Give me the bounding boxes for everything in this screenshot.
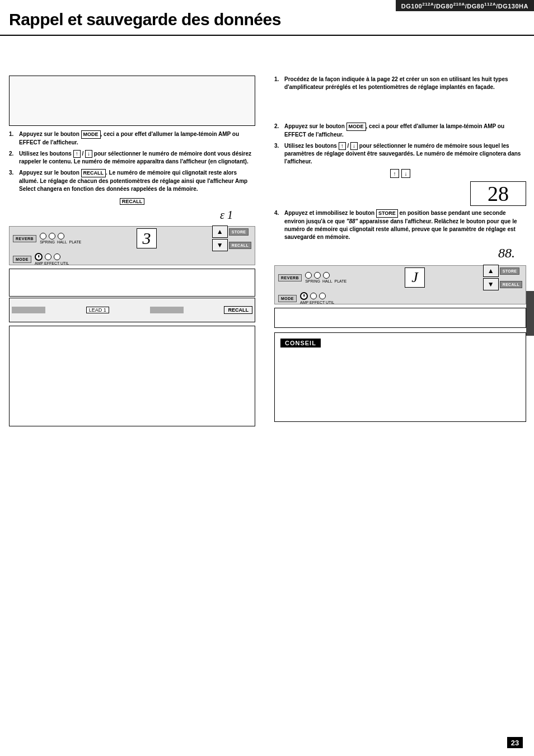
hall-knob-left (49, 233, 55, 240)
conseil-title: CONSEIL (280, 339, 321, 348)
model-sup2: 210A (453, 2, 465, 7)
recall-center-label: RECALL (9, 196, 255, 206)
narrow-panel-left: LEAD 1 RECALL (9, 298, 255, 322)
plate-knob-left (58, 233, 64, 240)
bar1-left (12, 307, 45, 313)
mode-btn-label-right: MODE (346, 123, 366, 131)
recall-steps: 1. Appuyez sur le bouton MODE, ceci a po… (9, 130, 255, 193)
plate-knob-right (323, 272, 330, 279)
bottom-info-box-right-small (274, 308, 526, 328)
page-number: 23 (507, 737, 523, 748)
model-dg100: DG100 (401, 3, 422, 10)
store-btn-right: STORE (500, 267, 520, 275)
right-edge-tab (526, 291, 534, 336)
model-sup1: 212A (422, 2, 434, 7)
left-column: 1. Appuyez sur le bouton MODE, ceci a po… (9, 42, 255, 426)
bottom-info-box-left (9, 269, 255, 297)
down-arrow-icon-right: ↓ (350, 142, 358, 150)
reverb-btn-left: REVERB (13, 235, 36, 242)
title-underline (0, 35, 534, 36)
store-recall-group-left: ▲ STORE ▼ RECALL (212, 226, 251, 251)
up-arrow-icon-right: ↑ (339, 142, 346, 150)
model-dg80-1: DG80 (436, 3, 453, 10)
effect-knob-left (45, 253, 51, 260)
recall-step-1: 1. Appuyez sur le bouton MODE, ceci a po… (9, 130, 255, 147)
spring-knob-right (305, 272, 312, 279)
amp-diagram-left: REVERB SPRING HALL PLATE (9, 226, 255, 265)
store-88-display: 88. (274, 245, 526, 262)
hall-knob-right (314, 272, 321, 279)
right-column: 1. Procédez de la façon indiquée à la pa… (274, 42, 526, 426)
bottom-left-box (9, 326, 255, 426)
store-step-4-list: 4. Appuyez et immobilisez le bouton STOR… (274, 209, 526, 241)
amp-knob-left (35, 253, 43, 261)
up-arrow-btn-right: ▲ (483, 265, 499, 277)
down-arrow-btn-left: ▼ (212, 239, 228, 251)
page-title: Rappel et sauvegarde des données (9, 10, 281, 29)
down-arrow-btn-right: ▼ (483, 278, 499, 290)
amp-diagram-right: REVERB SPRING HALL PLATE (274, 265, 526, 304)
recall-step-3: 3. Appuyez sur le bouton RECALL. Le numé… (9, 169, 255, 193)
model-dg80-2: DG80 (467, 3, 484, 10)
amp-display-left: 3 (137, 228, 157, 248)
util-knob-left (54, 253, 60, 260)
recall-section-box (9, 76, 255, 126)
header-bar: DG100212A/DG80210A/DG80112A/DG130HA (396, 0, 534, 11)
spacer-right-1 (274, 95, 526, 123)
store-steps-2: 2. Appuyez sur le bouton MODE, ceci a po… (274, 123, 526, 166)
bar2-left (150, 307, 184, 313)
amp-display-right: J (405, 267, 425, 288)
up-arrow-btn-left: ▲ (212, 226, 228, 238)
mode-btn-label-1: MODE (81, 130, 101, 139)
effect-knob-right (310, 293, 317, 299)
up-arrow-icon-1: ↑ (73, 150, 81, 158)
conseil-section: CONSEIL (274, 332, 526, 422)
updown-icons-right: ↑ ↓ (274, 169, 526, 178)
store-display-value: 28 (470, 181, 526, 206)
mode-btn-right: MODE (278, 295, 297, 302)
store-btn-left: STORE (229, 228, 249, 236)
recall-btn-left: RECALL (229, 242, 251, 249)
down-icon-right: ↓ (401, 169, 410, 178)
store-step-3: 3. Utilisez les boutons ↑ / ↓ pour sélec… (274, 142, 526, 166)
lead1-label-left: LEAD 1 (86, 307, 109, 313)
recall-box-bottom: RECALL (224, 306, 252, 314)
store-btn-label: STORE (376, 209, 398, 218)
mode-btn-left: MODE (13, 256, 31, 263)
store-steps: 1. Procédez de la façon indiquée à la pa… (274, 76, 526, 91)
amp-knob-right (300, 292, 308, 300)
recall-box-label: RECALL (120, 198, 145, 205)
store-recall-group-right: ▲ STORE ▼ RECALL (483, 265, 522, 290)
store-step-1: 1. Procédez de la façon indiquée à la pa… (274, 76, 526, 91)
util-knob-right (319, 293, 326, 299)
store-step-4: 4. Appuyez et immobilisez le bouton STOR… (274, 209, 526, 241)
model-sup3: 112A (484, 2, 496, 7)
recall-btn-label-1: RECALL (81, 169, 106, 177)
reverb-btn-right: REVERB (278, 274, 302, 281)
store-step-2: 2. Appuyez sur le bouton MODE, ceci a po… (274, 123, 526, 139)
recall-step-2: 2. Utilisez les boutons ↑ / ↓ pour sélec… (9, 150, 255, 166)
recall-btn-right: RECALL (500, 281, 522, 288)
recall-display-value: ε 1 (9, 209, 255, 222)
down-arrow-icon-1: ↓ (85, 150, 92, 158)
spring-knob-left (40, 233, 46, 240)
model-dg130ha: DG130HA (498, 3, 528, 10)
up-icon-right: ↑ (390, 169, 399, 178)
